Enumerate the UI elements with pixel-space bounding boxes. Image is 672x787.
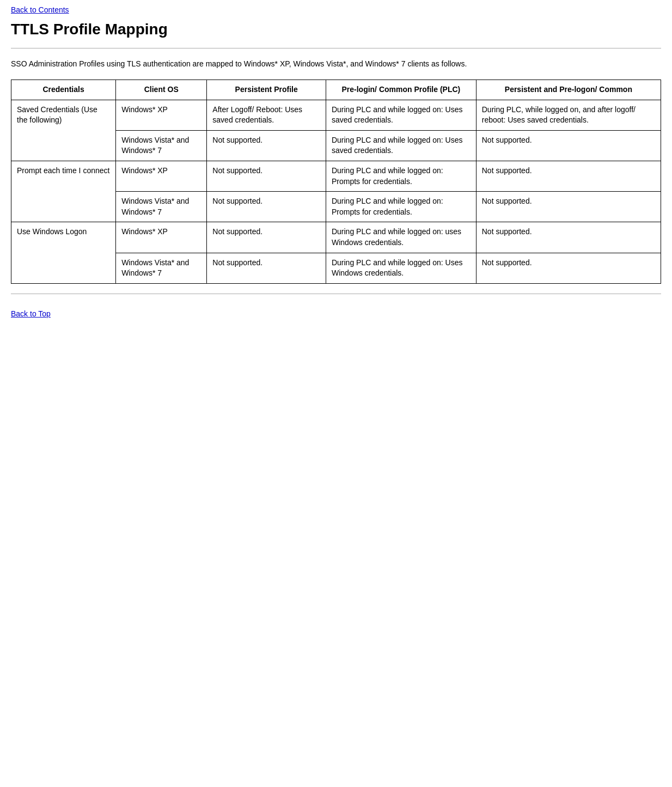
back-to-top-link[interactable]: Back to Top	[11, 309, 51, 318]
persistent-pre-cell: Not supported.	[476, 222, 661, 253]
client-os-cell: Windows* XP	[116, 161, 207, 191]
profile-mapping-table: Credentials Client OS Persistent Profile…	[11, 80, 661, 284]
table-row: Prompt each time I connectWindows* XPNot…	[11, 161, 661, 191]
col-header-prelogin: Pre-login/ Common Profile (PLC)	[326, 80, 476, 100]
col-header-persistent-profile: Persistent Profile	[207, 80, 326, 100]
persistent-pre-cell: During PLC, while logged on, and after l…	[476, 100, 661, 130]
persistent-pre-cell: Not supported.	[476, 161, 661, 191]
prelogin-cell: During PLC and while logged on: Uses Win…	[326, 253, 476, 283]
persistent-profile-cell: After Logoff/ Reboot: Uses saved credent…	[207, 100, 326, 130]
persistent-pre-cell: Not supported.	[476, 192, 661, 222]
prelogin-cell: During PLC and while logged on: uses Win…	[326, 222, 476, 253]
persistent-profile-cell: Not supported.	[207, 222, 326, 253]
col-header-credentials: Credentials	[11, 80, 116, 100]
client-os-cell: Windows Vista* and Windows* 7	[116, 253, 207, 283]
table-row: Saved Credentials (Use the following)Win…	[11, 100, 661, 130]
intro-paragraph: SSO Administration Profiles using TLS au…	[11, 58, 661, 70]
client-os-cell: Windows* XP	[116, 100, 207, 130]
credentials-cell: Saved Credentials (Use the following)	[11, 100, 116, 161]
client-os-cell: Windows Vista* and Windows* 7	[116, 130, 207, 161]
prelogin-cell: During PLC and while logged on: Uses sav…	[326, 130, 476, 161]
persistent-profile-cell: Not supported.	[207, 192, 326, 222]
col-header-client-os: Client OS	[116, 80, 207, 100]
page-title: TTLS Profile Mapping	[11, 21, 661, 38]
col-header-persistent-pre: Persistent and Pre-logon/ Common	[476, 80, 661, 100]
table-row: Use Windows LogonWindows* XPNot supporte…	[11, 222, 661, 253]
back-to-contents-link[interactable]: Back to Contents	[11, 5, 69, 14]
persistent-pre-cell: Not supported.	[476, 130, 661, 161]
credentials-cell: Use Windows Logon	[11, 222, 116, 283]
client-os-cell: Windows* XP	[116, 222, 207, 253]
persistent-profile-cell: Not supported.	[207, 253, 326, 283]
prelogin-cell: During PLC and while logged on: Prompts …	[326, 192, 476, 222]
persistent-profile-cell: Not supported.	[207, 130, 326, 161]
client-os-cell: Windows Vista* and Windows* 7	[116, 192, 207, 222]
prelogin-cell: During PLC and while logged on: Prompts …	[326, 161, 476, 191]
prelogin-cell: During PLC and while logged on: Uses sav…	[326, 100, 476, 130]
top-divider	[11, 48, 661, 48]
credentials-cell: Prompt each time I connect	[11, 161, 116, 222]
persistent-pre-cell: Not supported.	[476, 253, 661, 283]
bottom-divider	[11, 294, 661, 294]
persistent-profile-cell: Not supported.	[207, 161, 326, 191]
